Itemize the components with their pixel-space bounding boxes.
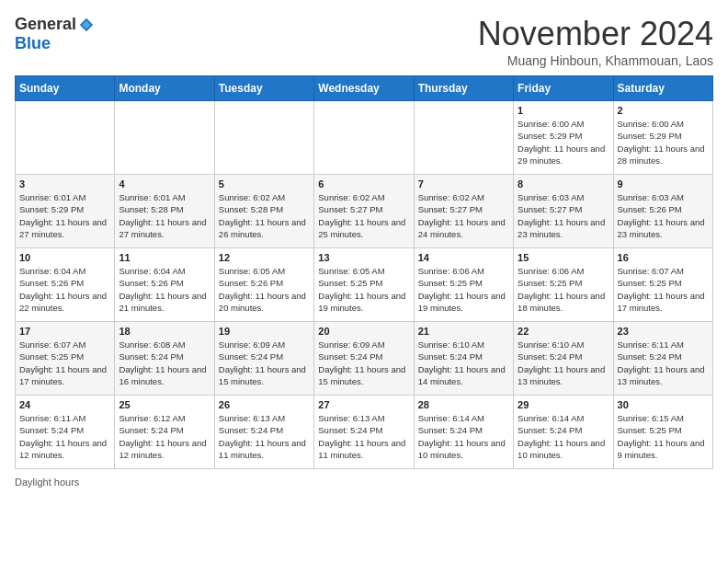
day-info: Sunrise: 6:00 AM Sunset: 5:29 PM Dayligh… xyxy=(518,118,609,167)
day-number: 7 xyxy=(418,178,509,190)
day-info: Sunrise: 6:06 AM Sunset: 5:25 PM Dayligh… xyxy=(518,265,609,314)
calendar-cell: 3Sunrise: 6:01 AM Sunset: 5:29 PM Daylig… xyxy=(16,175,115,248)
day-number: 24 xyxy=(19,399,110,410)
day-number: 27 xyxy=(318,399,409,410)
day-number: 6 xyxy=(318,178,409,190)
day-number: 30 xyxy=(618,399,709,410)
day-number: 17 xyxy=(19,326,110,337)
calendar-cell: 30Sunrise: 6:15 AM Sunset: 5:25 PM Dayli… xyxy=(613,396,712,469)
calendar-cell: 24Sunrise: 6:11 AM Sunset: 5:24 PM Dayli… xyxy=(16,396,115,469)
day-number: 18 xyxy=(119,326,210,337)
calendar-cell: 20Sunrise: 6:09 AM Sunset: 5:24 PM Dayli… xyxy=(314,322,414,396)
day-info: Sunrise: 6:01 AM Sunset: 5:29 PM Dayligh… xyxy=(19,191,110,240)
day-info: Sunrise: 6:01 AM Sunset: 5:28 PM Dayligh… xyxy=(119,191,210,240)
day-number: 16 xyxy=(618,252,709,263)
day-info: Sunrise: 6:09 AM Sunset: 5:24 PM Dayligh… xyxy=(219,339,310,387)
month-title: November 2024 xyxy=(478,15,713,53)
day-number: 1 xyxy=(518,105,609,116)
logo-icon xyxy=(78,17,95,33)
day-info: Sunrise: 6:08 AM Sunset: 5:24 PM Dayligh… xyxy=(119,339,210,387)
calendar-cell: 29Sunrise: 6:14 AM Sunset: 5:24 PM Dayli… xyxy=(514,396,613,469)
day-number: 20 xyxy=(318,326,409,337)
day-number: 29 xyxy=(518,399,609,410)
day-number: 21 xyxy=(418,326,509,337)
day-number: 4 xyxy=(119,178,210,190)
day-number: 15 xyxy=(518,252,609,263)
day-info: Sunrise: 6:13 AM Sunset: 5:24 PM Dayligh… xyxy=(318,412,409,461)
day-of-week-tuesday: Tuesday xyxy=(214,76,313,101)
day-info: Sunrise: 6:10 AM Sunset: 5:24 PM Dayligh… xyxy=(518,339,609,387)
calendar-cell: 18Sunrise: 6:08 AM Sunset: 5:24 PM Dayli… xyxy=(115,322,214,396)
footer-note: Daylight hours xyxy=(15,477,713,488)
calendar-cell: 15Sunrise: 6:06 AM Sunset: 5:25 PM Dayli… xyxy=(514,248,613,322)
day-number: 28 xyxy=(418,399,509,410)
day-info: Sunrise: 6:13 AM Sunset: 5:24 PM Dayligh… xyxy=(219,412,310,461)
day-of-week-friday: Friday xyxy=(514,76,613,101)
day-number: 25 xyxy=(119,399,210,410)
day-of-week-sunday: Sunday xyxy=(16,76,115,101)
day-info: Sunrise: 6:03 AM Sunset: 5:26 PM Dayligh… xyxy=(618,191,709,240)
day-info: Sunrise: 6:00 AM Sunset: 5:29 PM Dayligh… xyxy=(618,118,709,167)
day-info: Sunrise: 6:11 AM Sunset: 5:24 PM Dayligh… xyxy=(618,339,709,387)
calendar-cell: 12Sunrise: 6:05 AM Sunset: 5:26 PM Dayli… xyxy=(214,248,313,322)
location-subtitle: Muang Hinboun, Khammouan, Laos xyxy=(478,53,713,68)
calendar-cell: 8Sunrise: 6:03 AM Sunset: 5:27 PM Daylig… xyxy=(514,175,613,248)
page-header: General Blue November 2024 Muang Hinboun… xyxy=(15,15,713,68)
calendar-cell: 4Sunrise: 6:01 AM Sunset: 5:28 PM Daylig… xyxy=(115,175,214,248)
day-info: Sunrise: 6:06 AM Sunset: 5:25 PM Dayligh… xyxy=(418,265,509,314)
calendar-cell: 19Sunrise: 6:09 AM Sunset: 5:24 PM Dayli… xyxy=(214,322,313,396)
calendar-cell: 23Sunrise: 6:11 AM Sunset: 5:24 PM Dayli… xyxy=(613,322,712,396)
day-number: 12 xyxy=(219,252,310,263)
day-info: Sunrise: 6:04 AM Sunset: 5:26 PM Dayligh… xyxy=(119,265,210,314)
calendar-cell: 10Sunrise: 6:04 AM Sunset: 5:26 PM Dayli… xyxy=(16,248,115,322)
title-area: November 2024 Muang Hinboun, Khammouan, … xyxy=(478,15,713,68)
day-of-week-wednesday: Wednesday xyxy=(314,76,414,101)
day-number: 22 xyxy=(518,326,609,337)
day-number: 8 xyxy=(518,178,609,190)
calendar-cell: 16Sunrise: 6:07 AM Sunset: 5:25 PM Dayli… xyxy=(613,248,712,322)
calendar-cell xyxy=(115,101,214,175)
day-number: 23 xyxy=(618,326,709,337)
day-info: Sunrise: 6:07 AM Sunset: 5:25 PM Dayligh… xyxy=(19,339,110,387)
calendar-cell: 14Sunrise: 6:06 AM Sunset: 5:25 PM Dayli… xyxy=(414,248,513,322)
day-number: 5 xyxy=(219,178,310,190)
day-number: 10 xyxy=(19,252,110,263)
day-info: Sunrise: 6:15 AM Sunset: 5:25 PM Dayligh… xyxy=(618,412,709,461)
day-info: Sunrise: 6:12 AM Sunset: 5:24 PM Dayligh… xyxy=(119,412,210,461)
day-number: 2 xyxy=(618,105,709,116)
day-of-week-saturday: Saturday xyxy=(613,76,712,101)
logo: General Blue xyxy=(15,15,95,53)
day-of-week-monday: Monday xyxy=(115,76,214,101)
calendar-cell xyxy=(16,101,115,175)
calendar-cell xyxy=(414,101,513,175)
day-number: 26 xyxy=(219,399,310,410)
day-info: Sunrise: 6:03 AM Sunset: 5:27 PM Dayligh… xyxy=(518,191,609,240)
day-info: Sunrise: 6:11 AM Sunset: 5:24 PM Dayligh… xyxy=(19,412,110,461)
day-info: Sunrise: 6:14 AM Sunset: 5:24 PM Dayligh… xyxy=(518,412,609,461)
day-info: Sunrise: 6:05 AM Sunset: 5:26 PM Dayligh… xyxy=(219,265,310,314)
day-info: Sunrise: 6:02 AM Sunset: 5:28 PM Dayligh… xyxy=(219,191,310,240)
calendar-cell: 1Sunrise: 6:00 AM Sunset: 5:29 PM Daylig… xyxy=(514,101,613,175)
day-info: Sunrise: 6:05 AM Sunset: 5:25 PM Dayligh… xyxy=(318,265,409,314)
day-number: 13 xyxy=(318,252,409,263)
calendar-cell: 5Sunrise: 6:02 AM Sunset: 5:28 PM Daylig… xyxy=(214,175,313,248)
day-number: 9 xyxy=(618,178,709,190)
calendar-cell: 17Sunrise: 6:07 AM Sunset: 5:25 PM Dayli… xyxy=(16,322,115,396)
calendar-table: SundayMondayTuesdayWednesdayThursdayFrid… xyxy=(15,75,713,469)
day-info: Sunrise: 6:02 AM Sunset: 5:27 PM Dayligh… xyxy=(318,191,409,240)
calendar-cell: 27Sunrise: 6:13 AM Sunset: 5:24 PM Dayli… xyxy=(314,396,414,469)
day-info: Sunrise: 6:07 AM Sunset: 5:25 PM Dayligh… xyxy=(618,265,709,314)
logo-general-text: General xyxy=(15,15,76,34)
calendar-cell: 9Sunrise: 6:03 AM Sunset: 5:26 PM Daylig… xyxy=(613,175,712,248)
calendar-cell xyxy=(314,101,414,175)
calendar-cell: 7Sunrise: 6:02 AM Sunset: 5:27 PM Daylig… xyxy=(414,175,513,248)
logo-blue-text: Blue xyxy=(15,34,51,53)
day-info: Sunrise: 6:09 AM Sunset: 5:24 PM Dayligh… xyxy=(318,339,409,387)
day-number: 3 xyxy=(19,178,110,190)
calendar-cell: 26Sunrise: 6:13 AM Sunset: 5:24 PM Dayli… xyxy=(214,396,313,469)
calendar-cell: 22Sunrise: 6:10 AM Sunset: 5:24 PM Dayli… xyxy=(514,322,613,396)
calendar-cell: 2Sunrise: 6:00 AM Sunset: 5:29 PM Daylig… xyxy=(613,101,712,175)
calendar-cell: 28Sunrise: 6:14 AM Sunset: 5:24 PM Dayli… xyxy=(414,396,513,469)
calendar-cell: 13Sunrise: 6:05 AM Sunset: 5:25 PM Dayli… xyxy=(314,248,414,322)
calendar-cell: 11Sunrise: 6:04 AM Sunset: 5:26 PM Dayli… xyxy=(115,248,214,322)
